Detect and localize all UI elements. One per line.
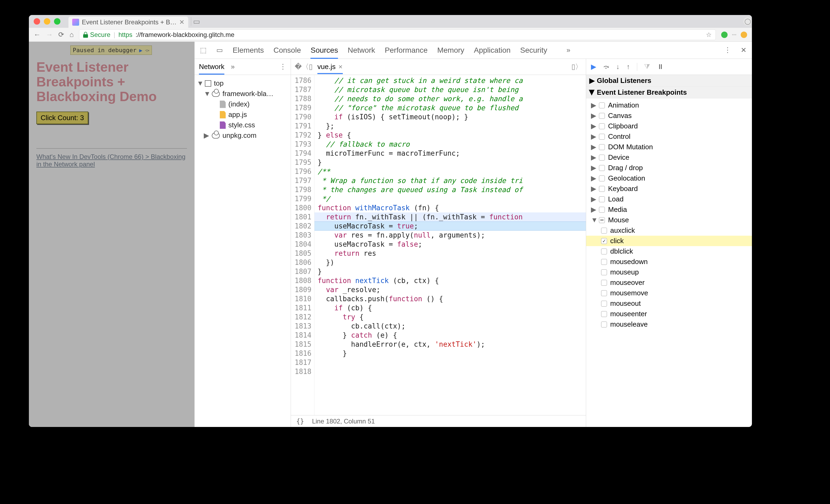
tab-strip: Event Listener Breakpoints + B… ✕ ▭ ◯ bbox=[29, 15, 752, 28]
browser-window: Event Listener Breakpoints + B… ✕ ▭ ◯ ← … bbox=[29, 15, 752, 427]
section-event-listener-breakpoints[interactable]: ▶Event Listener Breakpoints bbox=[586, 87, 752, 98]
new-tab-button[interactable]: ▭ bbox=[191, 17, 202, 26]
breakpoint-category-geolocation[interactable]: ▶Geolocation bbox=[586, 173, 752, 184]
resume-icon[interactable]: ▶ bbox=[591, 63, 596, 71]
lock-icon bbox=[83, 32, 88, 38]
navigator-menu-icon[interactable]: ⋮ bbox=[280, 63, 286, 71]
debugger-toolbar: ▶ ⤼ ↓ ↑ ⧩ ⏸ bbox=[586, 59, 752, 75]
secure-label: Secure bbox=[90, 31, 110, 38]
devtools-tab-application[interactable]: Application bbox=[474, 46, 510, 54]
editor-tab[interactable]: vue.js ✕ bbox=[317, 63, 343, 74]
breakpoint-event-mouseenter[interactable]: mouseenter bbox=[586, 309, 752, 319]
breakpoint-category-mouse[interactable]: ▼Mouse bbox=[586, 215, 752, 225]
tree-top[interactable]: ▼top bbox=[197, 78, 289, 89]
window-controls bbox=[34, 18, 60, 25]
secure-badge: Secure bbox=[83, 31, 110, 38]
dim-overlay bbox=[29, 42, 194, 427]
breakpoint-category-control[interactable]: ▶Control bbox=[586, 131, 752, 142]
breakpoint-event-mouseover[interactable]: mouseover bbox=[586, 277, 752, 288]
tree-file-index[interactable]: (index) bbox=[197, 99, 289, 109]
breakpoint-category-dom-mutation[interactable]: ▶DOM Mutation bbox=[586, 142, 752, 152]
line-gutter: 1786178717881789179017911792179317941795… bbox=[291, 75, 315, 415]
breakpoint-event-mouseup[interactable]: mouseup bbox=[586, 267, 752, 277]
browser-tab[interactable]: Event Listener Breakpoints + B… ✕ bbox=[68, 17, 188, 28]
breakpoint-event-dblclick[interactable]: dblclick bbox=[586, 246, 752, 256]
profile-avatar[interactable]: ◯ bbox=[743, 17, 752, 26]
tree-domain[interactable]: ▼framework-bla… bbox=[197, 89, 289, 99]
pretty-print-icon[interactable]: {} bbox=[296, 418, 304, 425]
zoom-window-button[interactable] bbox=[54, 18, 60, 25]
breakpoint-event-mousemove[interactable]: mousemove bbox=[586, 288, 752, 298]
code-area[interactable]: // it can get stuck in a weird state whe… bbox=[315, 75, 586, 415]
reload-button[interactable]: ⟳ bbox=[58, 31, 64, 39]
bookmark-star-icon[interactable]: ☆ bbox=[706, 31, 712, 38]
devtools-tab-memory[interactable]: Memory bbox=[437, 46, 464, 54]
home-button[interactable]: ⌂ bbox=[69, 31, 74, 39]
toolbar: ← → ⟳ ⌂ Secure | https://framework-black… bbox=[29, 28, 752, 42]
minimize-window-button[interactable] bbox=[44, 18, 50, 25]
devtools-tab-security[interactable]: Security bbox=[520, 46, 547, 54]
favicon bbox=[72, 19, 79, 26]
navigator-more-icon[interactable]: » bbox=[231, 63, 234, 71]
step-over-icon[interactable]: ⤼ bbox=[603, 63, 609, 71]
breakpoint-category-animation[interactable]: ▶Animation bbox=[586, 100, 752, 111]
close-devtools-icon[interactable]: ✕ bbox=[741, 46, 746, 54]
editor-status-bar: {} Line 1802, Column 51 bbox=[291, 415, 586, 427]
address-bar[interactable]: Secure | https://framework-blackboxing.g… bbox=[79, 29, 716, 40]
tree-file-stylecss[interactable]: style.css bbox=[197, 120, 289, 130]
sources-navigator: Network » ⋮ ▼top ▼framework-bla… (index)… bbox=[195, 59, 291, 427]
url-path: ://framework-blackboxing.glitch.me bbox=[135, 31, 234, 38]
devtools-tab-sources[interactable]: Sources bbox=[311, 46, 338, 54]
devtools-tab-elements[interactable]: Elements bbox=[233, 46, 264, 54]
tab-title: Event Listener Breakpoints + B… bbox=[82, 19, 177, 26]
close-tab-icon[interactable]: ✕ bbox=[179, 19, 185, 26]
url-scheme: https bbox=[119, 31, 132, 38]
source-editor: �〈▯ vue.js ✕ ▯〉 178617871788178917901791… bbox=[291, 59, 586, 427]
breakpoint-event-mouseout[interactable]: mouseout bbox=[586, 298, 752, 309]
cursor-position: Line 1802, Column 51 bbox=[312, 418, 375, 425]
close-window-button[interactable] bbox=[34, 18, 40, 25]
extension-icon-2[interactable] bbox=[741, 32, 747, 38]
devtools-tab-performance[interactable]: Performance bbox=[385, 46, 427, 54]
file-tree: ▼top ▼framework-bla… (index) app.js styl… bbox=[195, 75, 291, 141]
breakpoint-category-device[interactable]: ▶Device bbox=[586, 152, 752, 163]
devtools: ⬚ ▭ ElementsConsoleSourcesNetworkPerform… bbox=[195, 42, 752, 427]
breakpoint-event-mouseleave[interactable]: mouseleave bbox=[586, 319, 752, 329]
close-editor-tab-icon[interactable]: ✕ bbox=[338, 64, 343, 70]
devtools-tab-network[interactable]: Network bbox=[348, 46, 375, 54]
inspect-icon[interactable]: ⬚ bbox=[200, 46, 207, 54]
breakpoint-event-auxclick[interactable]: auxclick bbox=[586, 225, 752, 236]
breakpoint-category-clipboard[interactable]: ▶Clipboard bbox=[586, 121, 752, 131]
breakpoint-category-keyboard[interactable]: ▶Keyboard bbox=[586, 184, 752, 194]
tree-cdn[interactable]: ▶unpkg.com bbox=[197, 130, 289, 141]
breakpoint-category-media[interactable]: ▶Media bbox=[586, 204, 752, 215]
page-viewport: Paused in debugger ▶ ⤼ Event Listener Br… bbox=[29, 42, 195, 427]
pause-on-exceptions-icon[interactable]: ⏸ bbox=[657, 63, 664, 71]
show-debugger-icon[interactable]: ▯〉 bbox=[571, 62, 582, 71]
tree-file-appjs[interactable]: app.js bbox=[197, 109, 289, 120]
devtools-tabbar: ⬚ ▭ ElementsConsoleSourcesNetworkPerform… bbox=[195, 42, 752, 59]
breakpoint-event-mousedown[interactable]: mousedown bbox=[586, 256, 752, 267]
editor-filename: vue.js bbox=[317, 63, 336, 71]
overflow-icon[interactable]: » bbox=[566, 46, 570, 54]
breakpoint-event-click[interactable]: ✓click bbox=[586, 236, 752, 246]
step-into-icon[interactable]: ↓ bbox=[616, 63, 619, 71]
extension-icon-1[interactable] bbox=[721, 32, 728, 38]
breakpoint-category-canvas[interactable]: ▶Canvas bbox=[586, 111, 752, 121]
breakpoint-category-load[interactable]: ▶Load bbox=[586, 194, 752, 204]
devtools-tab-console[interactable]: Console bbox=[274, 46, 301, 54]
breakpoint-category-list: ▶Animation▶Canvas▶Clipboard▶Control▶DOM … bbox=[586, 98, 752, 331]
device-toggle-icon[interactable]: ▭ bbox=[216, 46, 223, 54]
forward-button[interactable]: → bbox=[46, 31, 53, 39]
section-global-listeners[interactable]: ▶Global Listeners bbox=[586, 75, 752, 87]
kebab-menu-icon[interactable]: ⋮ bbox=[724, 46, 731, 54]
deactivate-breakpoints-icon[interactable]: ⧩ bbox=[644, 63, 650, 71]
show-navigator-icon[interactable]: �〈▯ bbox=[295, 62, 313, 71]
back-button[interactable]: ← bbox=[34, 31, 41, 39]
step-out-icon[interactable]: ↑ bbox=[627, 63, 630, 71]
navigator-tab[interactable]: Network bbox=[199, 63, 224, 75]
breakpoint-category-drag-drop[interactable]: ▶Drag / drop bbox=[586, 163, 752, 173]
debugger-pane: ▶ ⤼ ↓ ↑ ⧩ ⏸ ▶Global Listeners ▶Event Lis… bbox=[586, 59, 752, 427]
